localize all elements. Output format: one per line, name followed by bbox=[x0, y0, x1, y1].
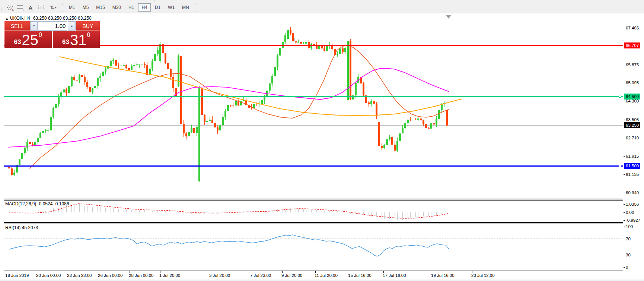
axis-tick bbox=[6, 271, 6, 273]
axis-tick bbox=[624, 220, 625, 221]
toolbar-separator bbox=[195, 3, 195, 12]
time-axis-label: 1 Jul 20:00 bbox=[159, 273, 180, 278]
timeframe-m30-button[interactable]: M30 bbox=[109, 3, 124, 12]
buy-button[interactable]: BUY bbox=[76, 21, 100, 31]
time-axis-label: 23 Jul 12:00 bbox=[471, 273, 495, 278]
text-label-tool-button[interactable]: T bbox=[36, 3, 46, 12]
timeframe-m5-button[interactable]: M5 bbox=[79, 3, 92, 12]
volume-increase-button[interactable]: ▲ bbox=[68, 21, 75, 31]
sell-button[interactable]: SELL bbox=[4, 21, 30, 31]
sell-big-figure: 63 bbox=[14, 38, 21, 46]
one-click-trading-panel: SELL ▼ ▲ BUY 63 25 0 63 31 0 bbox=[4, 21, 100, 48]
text-tool-button[interactable]: A bbox=[25, 3, 36, 12]
toolbar-separator bbox=[63, 3, 63, 12]
price-level-label: 63.250 bbox=[624, 122, 640, 128]
axis-tick bbox=[210, 271, 210, 273]
axis-tick bbox=[130, 271, 130, 273]
arrows-icon: ⇅ bbox=[50, 5, 54, 10]
buy-pips: 31 bbox=[70, 32, 87, 48]
axis-tick bbox=[624, 138, 625, 138]
macd-indicator-pane[interactable] bbox=[4, 200, 623, 222]
timeframe-w1-button[interactable]: W1 bbox=[165, 3, 178, 12]
axis-tick-label: 60.340 bbox=[626, 190, 639, 196]
time-axis-label: 7 Jul 23:00 bbox=[250, 273, 271, 278]
chart-shift-marker-icon[interactable] bbox=[446, 15, 451, 19]
tool-sub-label: F bbox=[23, 8, 25, 12]
window-bottom-edge bbox=[0, 280, 644, 281]
buy-pipette: 0 bbox=[87, 32, 90, 38]
window-left-splitter[interactable] bbox=[0, 13, 4, 280]
axis-tick bbox=[624, 193, 625, 193]
timeframe-mn-button[interactable]: MN bbox=[179, 3, 192, 12]
axis-tick bbox=[37, 271, 37, 273]
chevron-down-icon: ▾ bbox=[55, 6, 56, 9]
axis-tick bbox=[624, 120, 625, 120]
axis-tick bbox=[624, 156, 625, 157]
price-level-label: 66.707 bbox=[624, 42, 640, 48]
toolbar-grip[interactable] bbox=[1, 4, 3, 11]
axis-tick bbox=[624, 65, 625, 65]
sell-price-box[interactable]: 63 25 0 bbox=[4, 31, 52, 48]
buy-big-figure: 63 bbox=[62, 38, 69, 46]
time-axis-label: 23 Jun 23:00 bbox=[67, 273, 92, 278]
time-axis-label: 26 Jun 00:00 bbox=[98, 273, 123, 278]
symbol-label: UKOil-,H4 bbox=[10, 16, 30, 21]
axis-tick bbox=[624, 267, 625, 268]
axis-tick bbox=[624, 101, 625, 101]
timeframe-d1-button[interactable]: D1 bbox=[152, 3, 164, 12]
time-axis-label: 9 Jul 20:00 bbox=[281, 273, 302, 278]
volume-input[interactable] bbox=[38, 21, 67, 31]
axis-tick-label: 0 bbox=[626, 265, 628, 270]
mt4-window: E F A T ⇅ ▾ M1 M5 M15 M30 H1 H4 D1 W1 MN… bbox=[0, 0, 644, 281]
time-axis-label: 17 Jul 16:00 bbox=[383, 273, 406, 278]
tool-sub-label: E bbox=[12, 8, 14, 12]
axis-tick-label: 61.915 bbox=[626, 154, 639, 159]
axis-tick-label: 100 bbox=[626, 224, 633, 230]
sell-pips: 25 bbox=[22, 32, 39, 48]
axis-tick-label: 30 bbox=[626, 252, 631, 258]
time-axis-label: 20 Jun 00:00 bbox=[36, 273, 61, 278]
fibonacci-tool-button[interactable]: F bbox=[15, 3, 25, 12]
timeframe-h4-button[interactable]: H4 bbox=[138, 3, 150, 12]
toolbar: E F A T ⇅ ▾ M1 M5 M15 M30 H1 H4 D1 W1 MN bbox=[0, 2, 644, 13]
equidistant-channel-tool-button[interactable]: E bbox=[4, 3, 15, 12]
axis-tick-label: 70 bbox=[626, 236, 631, 242]
ohlc-values: 63.250 63.250 63.250 63.250 bbox=[33, 16, 92, 21]
axis-tick bbox=[624, 239, 625, 239]
timeframe-m15-button[interactable]: M15 bbox=[93, 3, 108, 12]
axis-tick bbox=[472, 271, 472, 273]
axis-tick-label: 61.135 bbox=[626, 172, 639, 177]
axis-tick-label: 0.00 bbox=[626, 210, 634, 215]
text-icon: A bbox=[29, 4, 33, 11]
axis-tick bbox=[624, 174, 625, 175]
toolbar-separator bbox=[434, 0, 434, 2]
macd-header: MACD(12,26,9) -0.0524 -0.1086 bbox=[5, 201, 69, 206]
axis-tick bbox=[160, 271, 160, 273]
text-label-icon: T bbox=[38, 5, 44, 10]
buy-price-box[interactable]: 63 31 0 bbox=[53, 31, 100, 48]
axis-tick bbox=[383, 271, 384, 273]
timeframe-m1-button[interactable]: M1 bbox=[66, 3, 79, 12]
arrow-objects-tool-button[interactable]: ⇅ ▾ bbox=[46, 3, 60, 12]
sell-pipette: 0 bbox=[39, 32, 42, 38]
chart-title: ▲UKOil-,H463.250 63.250 63.250 63.250 bbox=[5, 16, 92, 21]
volume-decrease-button[interactable]: ▼ bbox=[30, 21, 38, 31]
price-level-label: 64.500 bbox=[624, 94, 640, 100]
axis-tick bbox=[624, 204, 625, 205]
time-axis[interactable]: 18 Jun 201920 Jun 00:0023 Jun 23:0026 Ju… bbox=[4, 271, 644, 280]
axis-tick-label: 67.465 bbox=[626, 25, 639, 31]
time-axis-label: 15 Jul 16:00 bbox=[348, 273, 372, 278]
axis-tick-label: -0.9927 bbox=[626, 218, 640, 223]
axis-tick-label: 62.710 bbox=[626, 135, 639, 141]
fibonacci-icon bbox=[17, 5, 23, 10]
axis-tick bbox=[99, 271, 99, 273]
time-axis-label: 19 Jul 16:00 bbox=[431, 273, 455, 278]
price-level-label: 61.500 bbox=[624, 163, 640, 169]
rsi-indicator-pane[interactable] bbox=[4, 224, 623, 271]
axis-tick bbox=[624, 28, 625, 28]
axis-tick-label: 65.875 bbox=[626, 62, 639, 68]
timeframe-h1-button[interactable]: H1 bbox=[125, 3, 137, 12]
collapse-panel-arrow-icon[interactable]: ▲ bbox=[5, 17, 9, 20]
axis-tick bbox=[624, 227, 625, 227]
price-axis[interactable]: 67.46565.87565.09564.30063.50562.71061.9… bbox=[623, 13, 644, 271]
